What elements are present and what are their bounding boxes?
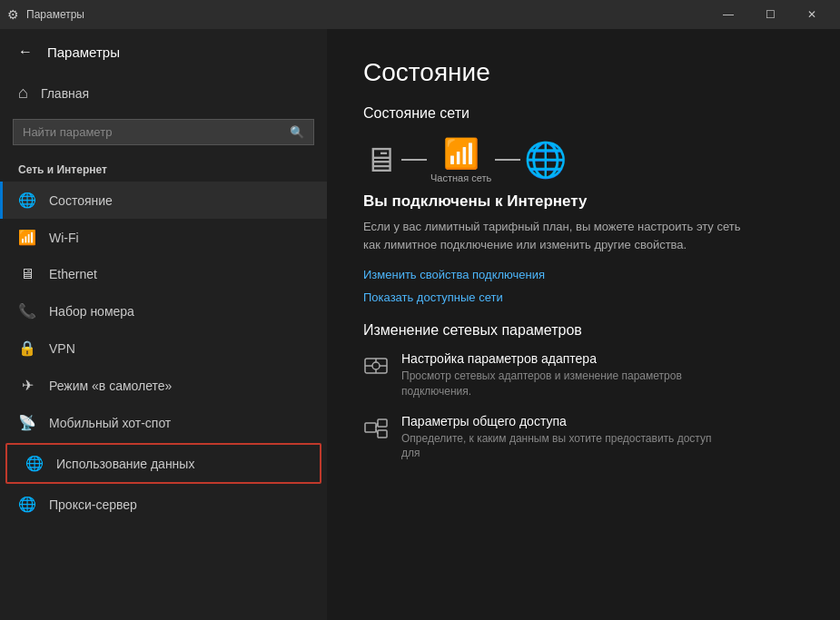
section-label: Сеть и Интернет	[0, 153, 327, 182]
app-container: ← Параметры ⌂ Главная 🔍 Сеть и Интернет …	[0, 29, 840, 620]
network-diagram: 🖥 📶 Частная сеть 🌐	[363, 136, 804, 183]
home-icon: ⌂	[18, 84, 28, 103]
datausage-label: Использование данных	[56, 457, 194, 471]
home-nav-item[interactable]: ⌂ Главная	[0, 74, 327, 112]
main-content: Состояние Состояние сети 🖥 📶 Частная сет…	[327, 29, 840, 620]
sidebar-item-hotspot[interactable]: 📡 Мобильный хот-спот	[0, 404, 327, 441]
maximize-button[interactable]: ☐	[749, 0, 791, 29]
sidebar-title: Параметры	[47, 44, 120, 60]
close-button[interactable]: ✕	[791, 0, 833, 29]
sidebar: ← Параметры ⌂ Главная 🔍 Сеть и Интернет …	[0, 29, 327, 620]
status-label: Состояние	[49, 193, 113, 208]
sidebar-item-vpn[interactable]: 🔒 VPN	[0, 330, 327, 367]
pc-icon: 🖥	[363, 141, 398, 180]
sidebar-item-dialup[interactable]: 📞 Набор номера	[0, 292, 327, 330]
svg-point-1	[372, 362, 380, 369]
connected-title: Вы подключены к Интернету	[363, 192, 804, 211]
vpn-label: VPN	[49, 341, 75, 356]
adapter-icon	[363, 353, 389, 385]
app-icon: ⚙	[7, 7, 19, 22]
sidebar-item-status[interactable]: 🌐 Состояние	[0, 182, 327, 219]
connected-desc: Если у вас лимитный тарифный план, вы мо…	[363, 218, 745, 253]
search-box[interactable]: 🔍	[13, 119, 314, 145]
status-icon: 🌐	[18, 192, 36, 209]
hotspot-icon: 📡	[18, 414, 36, 431]
proxy-label: Прокси-сервер	[49, 497, 137, 512]
wifi-diagram-icon: 📶	[443, 136, 479, 171]
connected-section: Вы подключены к Интернету Если у вас лим…	[363, 192, 804, 253]
svg-rect-7	[378, 419, 387, 427]
vpn-icon: 🔒	[18, 340, 36, 357]
adapter-title: Настройка параметров адаптера	[401, 351, 728, 366]
sidebar-item-proxy[interactable]: 🌐 Прокси-сервер	[0, 486, 327, 523]
search-input[interactable]	[23, 125, 282, 139]
sidebar-item-airplane[interactable]: ✈ Режим «в самолете»	[0, 367, 327, 404]
network-label: Частная сеть	[430, 172, 491, 183]
network-status-heading: Состояние сети	[363, 105, 804, 122]
window-controls: — ☐ ✕	[707, 0, 833, 29]
svg-rect-8	[378, 430, 387, 438]
sidebar-item-ethernet[interactable]: 🖥 Ethernet	[0, 256, 327, 292]
adapter-settings-item[interactable]: Настройка параметров адаптера Просмотр с…	[363, 351, 804, 399]
change-settings-heading: Изменение сетевых параметров	[363, 322, 804, 339]
link-properties[interactable]: Изменить свойства подключения	[363, 268, 804, 281]
svg-line-10	[376, 429, 378, 434]
sharing-settings-text: Параметры общего доступа Определите, к к…	[401, 414, 728, 462]
dialup-label: Набор номера	[49, 304, 134, 319]
hotspot-label: Мобильный хот-спот	[49, 416, 171, 430]
wifi-area: 📶 Частная сеть	[430, 136, 491, 183]
home-label: Главная	[41, 86, 89, 101]
sharing-icon	[363, 416, 389, 447]
sidebar-header: ← Параметры	[0, 29, 327, 74]
ethernet-label: Ethernet	[49, 267, 97, 281]
dialup-icon: 📞	[18, 302, 36, 320]
sharing-title: Параметры общего доступа	[401, 414, 728, 428]
title-bar: ⚙ Параметры — ☐ ✕	[0, 0, 840, 29]
airplane-label: Режим «в самолете»	[49, 379, 172, 393]
wifi-label: Wi-Fi	[49, 231, 79, 245]
wifi-nav-icon: 📶	[18, 229, 36, 246]
minimize-button[interactable]: —	[707, 0, 749, 29]
proxy-icon: 🌐	[18, 496, 36, 513]
page-title: Состояние	[363, 58, 804, 87]
line1	[401, 159, 427, 161]
svg-rect-6	[365, 423, 376, 432]
airplane-icon: ✈	[18, 377, 36, 394]
sharing-settings-item[interactable]: Параметры общего доступа Определите, к к…	[363, 414, 804, 462]
globe-diagram-icon: 🌐	[524, 140, 567, 180]
ethernet-icon: 🖥	[18, 266, 36, 282]
sidebar-item-wifi[interactable]: 📶 Wi-Fi	[0, 219, 327, 256]
line2	[495, 159, 520, 161]
title-bar-title: Параметры	[26, 8, 84, 21]
datausage-icon: 🌐	[25, 455, 44, 472]
diagram-row: 🖥 📶 Частная сеть 🌐	[363, 136, 567, 183]
adapter-desc: Просмотр сетевых адаптеров и изменение п…	[401, 369, 728, 399]
sharing-desc: Определите, к каким данным вы хотите пре…	[401, 431, 728, 462]
adapter-settings-text: Настройка параметров адаптера Просмотр с…	[401, 351, 728, 399]
search-icon: 🔍	[290, 125, 304, 139]
link-available[interactable]: Показать доступные сети	[363, 290, 804, 304]
sidebar-item-datausage[interactable]: 🌐 Использование данных	[5, 443, 321, 484]
back-button[interactable]: ←	[15, 40, 36, 64]
